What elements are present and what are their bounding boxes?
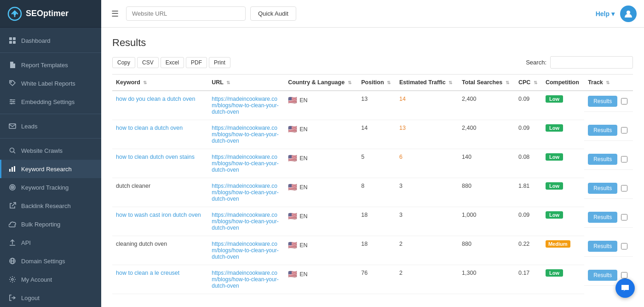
cell-competition: Low (542, 149, 584, 178)
track-checkbox[interactable] (621, 272, 627, 278)
table-row: dutch cleanerhttps://madeincookware.com/… (112, 178, 633, 207)
track-checkbox[interactable] (621, 214, 627, 220)
csv-button[interactable]: CSV (137, 57, 159, 68)
flag-cell: 🇺🇸EN (288, 183, 354, 191)
col-header-track[interactable]: Track ⇅ (584, 75, 633, 91)
excel-button[interactable]: Excel (161, 57, 184, 68)
results-button[interactable]: Results (588, 96, 617, 107)
col-header-url[interactable]: URL ⇅ (208, 75, 284, 91)
cell-position: 14 (357, 120, 396, 149)
flag-cell: 🇺🇸EN (288, 154, 354, 162)
sidebar-item-embedding-settings[interactable]: Embedding Settings (0, 93, 101, 111)
sidebar-item-label: My Account (21, 276, 52, 283)
sidebar-item-white-label-reports[interactable]: White Label Reports (0, 74, 101, 93)
tag-icon (8, 79, 17, 87)
col-header-competition[interactable]: Competition (542, 75, 584, 91)
sidebar-item-logout[interactable]: Logout (0, 289, 101, 307)
copy-button[interactable]: Copy (112, 57, 135, 68)
language-label: EN (299, 213, 307, 220)
cell-country-language: 🇺🇸EN (284, 207, 357, 236)
url-text: https://madeincookware.com/blogs/how-to-… (212, 154, 278, 173)
results-button[interactable]: Results (588, 212, 617, 223)
keyword-link[interactable]: how to clean a le creuset (116, 270, 179, 276)
table-toolbar: Copy CSV Excel PDF Print Search: (112, 56, 633, 69)
col-header-cpc[interactable]: CPC ⇅ (515, 75, 542, 91)
svg-point-16 (10, 148, 14, 152)
file-text-icon (8, 61, 17, 69)
cell-total-searches: 880 (458, 178, 515, 207)
language-label: EN (299, 184, 307, 191)
cell-track: Results (584, 120, 633, 141)
cell-track: Results (584, 178, 633, 199)
cloud-icon (8, 220, 17, 228)
competition-badge: Low (546, 211, 563, 219)
sidebar-item-keyword-tracking[interactable]: Keyword Tracking (0, 178, 101, 197)
flag-icon: 🇺🇸 (288, 183, 297, 191)
col-header-total-searches[interactable]: Total Searches ⇅ (458, 75, 515, 91)
pdf-button[interactable]: PDF (186, 57, 207, 68)
sidebar-item-backlink-research[interactable]: Backlink Research (0, 197, 101, 215)
keyword-link[interactable]: how do you clean a dutch oven (116, 96, 195, 102)
flag-icon: 🇺🇸 (288, 270, 297, 278)
cell-estimated-traffic: 2 (396, 265, 458, 294)
sidebar-item-label: Backlink Research (21, 203, 71, 209)
cell-url: https://madeincookware.com/blogs/how-to-… (208, 91, 284, 120)
col-header-position[interactable]: Position ⇅ (357, 75, 396, 91)
search-label: Search: (526, 59, 546, 66)
cell-url: https://madeincookware.com/blogs/how-to-… (208, 265, 284, 294)
quick-audit-button[interactable]: Quick Audit (250, 6, 296, 21)
sidebar-item-label: Logout (21, 295, 40, 301)
flag-icon: 🇺🇸 (288, 96, 297, 104)
track-checkbox[interactable] (621, 185, 627, 191)
hamburger-button[interactable]: ☰ (109, 6, 121, 22)
cell-estimated-traffic: 3 (396, 178, 458, 207)
track-checkbox[interactable] (621, 156, 627, 162)
sidebar-item-api[interactable]: API (0, 233, 101, 252)
results-button[interactable]: Results (588, 241, 617, 252)
sidebar-item-keyword-research[interactable]: Keyword Research (0, 160, 101, 178)
cell-cpc: 0.08 (515, 149, 542, 178)
svg-point-12 (11, 99, 12, 101)
competition-badge: Medium (546, 240, 570, 248)
main-content: ☰ Quick Audit Help ▾ Results Copy CSV Ex… (101, 0, 644, 307)
search-area: Search: (526, 56, 633, 69)
cell-keyword: how do you clean a dutch oven (112, 91, 208, 120)
results-button[interactable]: Results (588, 125, 617, 136)
sidebar-item-dashboard[interactable]: Dashboard (0, 31, 101, 50)
user-avatar[interactable] (620, 6, 637, 22)
website-url-input[interactable] (126, 6, 246, 21)
cell-estimated-traffic: 13 (396, 120, 458, 149)
keyword-link[interactable]: how to clean dutch oven stains (116, 154, 195, 160)
chat-bubble[interactable] (615, 278, 635, 298)
sidebar-item-my-account[interactable]: My Account (0, 270, 101, 289)
cell-keyword: how to clean a dutch oven (112, 120, 208, 149)
keyword-link[interactable]: how to wash cast iron dutch oven (116, 212, 201, 218)
sidebar-item-report-templates[interactable]: Report Templates (0, 56, 101, 74)
sidebar-item-bulk-reporting[interactable]: Bulk Reporting (0, 215, 101, 233)
svg-rect-3 (13, 37, 16, 40)
print-button[interactable]: Print (209, 57, 230, 68)
col-header-keyword[interactable]: Keyword ⇅ (112, 75, 208, 91)
results-button[interactable]: Results (588, 154, 617, 165)
col-header-estimated-traffic[interactable]: Estimated Traffic ⇅ (396, 75, 458, 91)
competition-badge: Low (546, 95, 563, 103)
results-button[interactable]: Results (588, 270, 617, 281)
globe-icon (8, 257, 17, 265)
track-checkbox[interactable] (621, 243, 627, 249)
cell-position: 8 (357, 178, 396, 207)
keyword-link[interactable]: how to clean a dutch oven (116, 125, 183, 131)
col-header-country-language[interactable]: Country & Language ⇅ (284, 75, 357, 91)
sidebar-item-leads[interactable]: Leads (0, 117, 101, 135)
search-input[interactable] (550, 56, 633, 69)
cell-country-language: 🇺🇸EN (284, 265, 357, 294)
search-icon (8, 146, 17, 155)
sidebar-item-label: Dashboard (21, 37, 51, 44)
sidebar-item-domain-settings[interactable]: Domain Settings (0, 252, 101, 270)
sidebar-item-website-crawls[interactable]: Website Crawls (0, 141, 101, 160)
sidebar-item-label: White Label Reports (21, 80, 75, 87)
cell-estimated-traffic: 2 (396, 236, 458, 265)
track-checkbox[interactable] (621, 98, 627, 104)
results-button[interactable]: Results (588, 183, 617, 194)
track-checkbox[interactable] (621, 127, 627, 133)
help-button[interactable]: Help ▾ (596, 10, 615, 17)
